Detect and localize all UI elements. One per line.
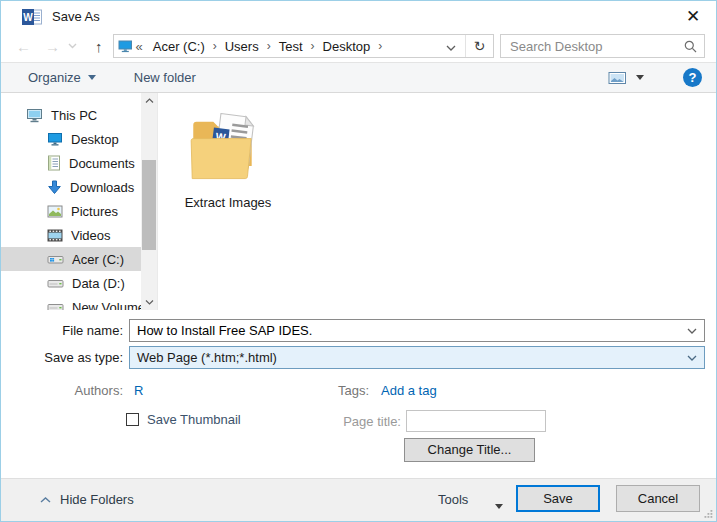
sidebar-item-data-d[interactable]: Data (D:) [1,271,142,295]
sidebar-item-label: New Volume (E:) [72,300,142,311]
footer-bar: Hide Folders Tools Save Cancel [1,478,716,521]
videos-icon [47,229,63,242]
system-drive-icon [47,253,64,266]
hide-folders-label: Hide Folders [60,492,134,507]
recent-locations-chevron-icon[interactable] [66,41,79,51]
sidebar-item-label: Data (D:) [72,276,125,291]
window-title: Save As [52,9,100,24]
close-icon[interactable]: ✕ [678,6,708,27]
file-name-label: File name: [1,323,123,338]
sidebar-item-label: Videos [71,228,111,243]
forward-icon[interactable]: → [43,39,62,54]
breadcrumb-separator-icon[interactable]: › [377,39,383,53]
new-folder-button[interactable]: New folder [134,70,196,85]
drive-icon [47,277,64,290]
views-icon[interactable] [608,71,627,85]
save-button[interactable]: Save [516,485,600,512]
tags-label: Tags: [301,383,369,398]
organize-button[interactable]: Organize [28,70,96,85]
scroll-up-icon[interactable] [141,93,157,108]
file-item-extract-images[interactable]: W Extract Images [172,111,284,210]
sidebar-scrollbar[interactable] [141,93,157,310]
save-thumbnail-checkbox[interactable] [126,413,139,426]
navigation-bar: ← → ↑ « Acer (C:) › Users › Test › Deskt… [1,32,716,62]
organize-label: Organize [28,70,81,85]
sidebar-item-pictures[interactable]: Pictures [1,199,142,223]
desktop-location-icon [118,40,133,53]
breadcrumb-item-drive[interactable]: Acer (C:) [146,39,212,54]
sidebar-item-this-pc[interactable]: This PC [1,103,142,127]
word-app-icon: W [22,9,42,25]
file-list[interactable]: W Extract Images [158,93,716,310]
address-dropdown-chevron-icon[interactable] [437,39,465,54]
sidebar-item-label: Acer (C:) [72,252,124,267]
documents-icon [47,155,61,171]
tools-button[interactable]: Tools [438,492,468,507]
scroll-down-icon[interactable] [141,295,157,310]
views-caret-icon[interactable] [636,75,644,80]
file-name-combobox[interactable] [129,319,705,342]
sidebar-item-acer-c[interactable]: Acer (C:) [1,247,142,271]
sidebar-item-label: This PC [51,108,97,123]
drive-icon [47,301,64,311]
search-box[interactable] [500,34,705,58]
back-icon[interactable]: ← [14,39,33,54]
save-as-type-chevron-down-icon[interactable] [680,355,704,361]
cancel-button[interactable]: Cancel [616,485,700,512]
save-as-type-combobox[interactable]: Web Page (*.htm;*.html) [129,346,705,369]
sidebar-item-new-volume-e[interactable]: New Volume (E:) [1,295,142,310]
file-name-chevron-down-icon[interactable] [680,328,704,334]
breadcrumb-overflow[interactable]: « [133,39,146,54]
computer-icon [26,108,43,123]
help-icon[interactable]: ? [683,68,702,87]
main-area: This PC Desktop [1,93,716,310]
save-thumbnail-label[interactable]: Save Thumbnail [147,412,241,427]
search-icon[interactable] [684,40,697,53]
svg-text:W: W [23,12,33,23]
new-folder-label: New folder [134,70,196,85]
titlebar: W Save As ✕ [1,1,716,32]
resize-grip[interactable] [702,508,713,519]
sidebar-item-downloads[interactable]: Downloads [1,175,142,199]
command-toolbar: Organize New folder ? [1,62,716,93]
sidebar-item-documents[interactable]: Documents [1,151,142,175]
save-as-dialog: W Save As ✕ ← → ↑ « Acer (C:) › Users › … [0,0,717,522]
sidebar-item-label: Downloads [70,180,134,195]
address-bar[interactable]: « Acer (C:) › Users › Test › Desktop › ↻ [113,34,495,58]
sidebar-item-videos[interactable]: Videos [1,223,142,247]
page-title-label: Page title: [291,414,401,429]
save-as-type-label: Save as type: [1,350,123,365]
refresh-icon[interactable]: ↻ [466,38,493,54]
downloads-icon [47,180,62,195]
breadcrumb-item-users[interactable]: Users [218,39,266,54]
save-as-type-value: Web Page (*.htm;*.html) [130,350,680,365]
sidebar-item-desktop[interactable]: Desktop [1,127,142,151]
file-name-input[interactable] [130,323,680,338]
breadcrumb-item-desktop[interactable]: Desktop [316,39,378,54]
add-a-tag-link[interactable]: Add a tag [381,383,437,398]
desktop-icon [47,132,63,146]
organize-caret-icon [88,75,96,80]
up-icon[interactable]: ↑ [93,39,105,54]
search-input[interactable] [508,38,684,55]
chevron-up-icon [40,497,51,503]
sidebar-item-label: Documents [69,156,135,171]
authors-label: Authors: [1,383,123,398]
pictures-icon [47,205,63,218]
scrollbar-thumb[interactable] [142,160,156,250]
breadcrumb-item-test[interactable]: Test [272,39,310,54]
form-area: File name: Save as type: Web Page (*.htm… [1,310,716,478]
file-item-label: Extract Images [172,195,284,210]
page-title-input[interactable] [406,410,546,432]
tools-caret-icon[interactable] [495,497,503,512]
change-title-button[interactable]: Change Title... [404,438,535,462]
sidebar-item-label: Desktop [71,132,119,147]
authors-value[interactable]: R [134,383,143,398]
sidebar-item-label: Pictures [71,204,118,219]
hide-folders-button[interactable]: Hide Folders [40,492,134,507]
word-folder-icon: W [188,111,268,183]
navigation-pane: This PC Desktop [1,93,158,310]
